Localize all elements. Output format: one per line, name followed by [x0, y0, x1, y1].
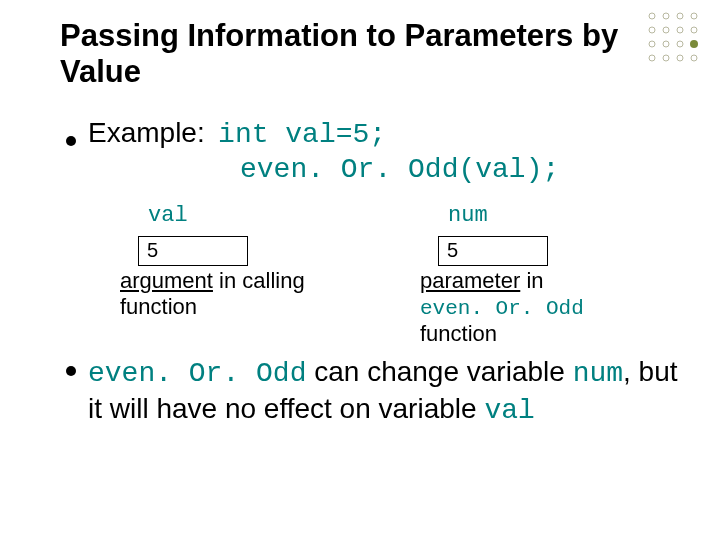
svg-point-7 — [691, 27, 697, 33]
diagram-left: val 5 argument in calling function — [120, 203, 350, 346]
svg-point-0 — [649, 13, 655, 19]
example-bullet: Example: int val=5; — [66, 117, 680, 150]
svg-point-5 — [663, 27, 669, 33]
body-bullet: even. Or. Odd can change variable num, b… — [66, 354, 680, 428]
svg-point-15 — [691, 55, 697, 61]
caption-parameter: parameter in even. Or. Odd function — [420, 268, 650, 346]
svg-point-12 — [649, 55, 655, 61]
svg-point-2 — [677, 13, 683, 19]
value-box-val: 5 — [138, 236, 248, 266]
caption-argument: argument in calling function — [120, 268, 350, 319]
slide-title: Passing Information to Parameters by Val… — [60, 18, 680, 89]
value-box-num: 5 — [438, 236, 548, 266]
svg-point-14 — [677, 55, 683, 61]
svg-point-8 — [649, 41, 655, 47]
example-label: Example: — [88, 117, 205, 148]
example-code-2: even. Or. Odd(val); — [240, 154, 680, 185]
bullet-icon — [66, 136, 76, 146]
svg-point-11 — [690, 40, 698, 48]
svg-point-1 — [663, 13, 669, 19]
decorative-corner-dots — [642, 8, 712, 74]
bullet-icon — [66, 366, 76, 376]
slide: Passing Information to Parameters by Val… — [0, 0, 720, 540]
body-content: even. Or. Odd can change variable num, b… — [88, 354, 680, 428]
svg-point-10 — [677, 41, 683, 47]
svg-point-4 — [649, 27, 655, 33]
var-label-num: num — [448, 203, 650, 228]
diagram: val 5 argument in calling function num 5… — [60, 203, 680, 346]
var-label-val: val — [148, 203, 350, 228]
example-code-1: int val=5; — [218, 119, 386, 150]
diagram-right: num 5 parameter in even. Or. Odd functio… — [420, 203, 650, 346]
svg-point-9 — [663, 41, 669, 47]
svg-point-13 — [663, 55, 669, 61]
svg-point-3 — [691, 13, 697, 19]
svg-point-6 — [677, 27, 683, 33]
